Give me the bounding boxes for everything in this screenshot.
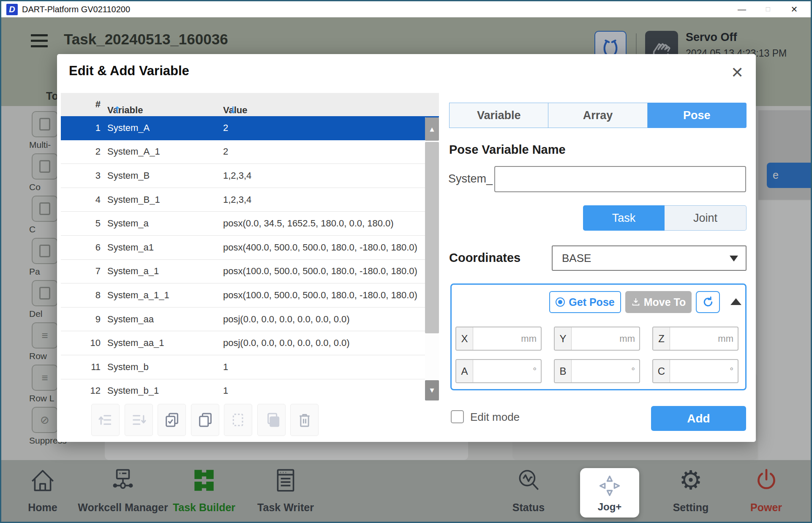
- table-cell: 11: [61, 362, 101, 373]
- x-input[interactable]: [473, 327, 521, 350]
- y-input[interactable]: [572, 327, 619, 350]
- table-cell: System_B_1: [107, 194, 223, 205]
- trash-icon: [296, 411, 313, 428]
- app-frame: D DART-Platform GV02110200 — □ ✕ Task_20…: [0, 0, 812, 523]
- table-row[interactable]: 7System_a_1posx(100.0, 500.0, 500.0, 180…: [61, 260, 439, 284]
- tab-pose[interactable]: Pose: [648, 103, 747, 128]
- table-cell: posx(100.0, 500.0, 500.0, 180.0, -180.0,…: [223, 290, 439, 301]
- app-logo-icon: D: [6, 4, 18, 15]
- b-input[interactable]: [572, 360, 631, 382]
- table-cell: System_A_1: [107, 146, 223, 157]
- table-row[interactable]: 3System_B1,2,3,4: [61, 164, 439, 188]
- list-move-up-icon: [97, 411, 114, 428]
- table-row[interactable]: 5System_aposx(0.0, 34.5, 1652.5, 180.0, …: [61, 212, 439, 236]
- os-title-bar: D DART-Platform GV02110200 — □ ✕: [1, 1, 811, 17]
- move-row-down-button[interactable]: [125, 404, 153, 436]
- table-cell: System_b: [107, 362, 223, 373]
- pose-variable-name-heading: Pose Variable Name: [449, 143, 566, 157]
- table-cell: 8: [61, 290, 101, 301]
- tab-variable[interactable]: Variable: [449, 103, 548, 128]
- mode-joint-button[interactable]: Joint: [665, 205, 747, 231]
- table-row[interactable]: 12System_b_11: [61, 379, 439, 400]
- table-cell: 4: [61, 194, 101, 205]
- copy-button[interactable]: [191, 404, 219, 436]
- paste-button[interactable]: [257, 404, 286, 436]
- cut-button[interactable]: [224, 404, 252, 436]
- table-cell: posj(0.0, 0.0, 0.0, 0.0, 0.0, 0.0): [223, 314, 439, 325]
- chevron-down-icon: [730, 256, 738, 262]
- pose-field-c: C °: [652, 359, 738, 383]
- mode-task-button[interactable]: Task: [583, 205, 665, 231]
- table-row[interactable]: 2System_A_12: [61, 140, 439, 164]
- table-cell: 3: [61, 170, 101, 181]
- get-pose-button[interactable]: Get Pose: [549, 291, 621, 313]
- delete-button[interactable]: [290, 404, 319, 436]
- coordinates-label: Coordinates: [449, 251, 520, 265]
- coordinates-dropdown[interactable]: BASE: [552, 245, 747, 271]
- dialog-title: Edit & Add Variable: [69, 63, 189, 79]
- table-row[interactable]: 11System_b1: [61, 355, 439, 379]
- table-cell: 2: [61, 146, 101, 157]
- table-cell: 1: [223, 385, 439, 396]
- refresh-icon: [702, 296, 714, 308]
- table-cell: posx(100.0, 500.0, 500.0, 180.0, -180.0,…: [223, 266, 439, 277]
- radio-icon: [556, 297, 565, 307]
- table-cell: 1,2,3,4: [223, 170, 439, 181]
- sort-asc-icon[interactable]: ↑: [113, 105, 121, 115]
- nav-item-jog[interactable]: Jog+: [580, 468, 639, 518]
- table-cell: 6: [61, 242, 101, 253]
- variable-table-header: # Variable Name↑ Value↓: [61, 93, 439, 116]
- z-input[interactable]: [670, 327, 718, 350]
- pose-field-a: A °: [455, 359, 542, 383]
- table-cell: posx(400.0, 500.0, 500.0, 180.0, -180.0,…: [223, 242, 439, 253]
- c-input[interactable]: [670, 360, 730, 382]
- table-scrollbar[interactable]: ▲ ▼: [425, 117, 439, 400]
- scroll-up-icon[interactable]: ▲: [425, 117, 439, 141]
- refresh-pose-button[interactable]: [696, 291, 720, 313]
- table-cell: System_a1: [107, 242, 223, 253]
- table-cell: System_a_1: [107, 266, 223, 277]
- a-input[interactable]: [473, 360, 533, 382]
- table-cell: System_aa: [107, 314, 223, 325]
- sort-desc-icon[interactable]: ↓: [229, 105, 237, 115]
- table-cell: 1,2,3,4: [223, 194, 439, 205]
- pose-field-y: Y mm: [554, 327, 640, 351]
- window-maximize-button[interactable]: □: [755, 5, 781, 14]
- scroll-down-icon[interactable]: ▼: [425, 380, 439, 400]
- pose-mode-toggle: Task Joint: [583, 205, 747, 231]
- table-cell: 9: [61, 314, 101, 325]
- variable-name-prefix: System_: [448, 172, 493, 185]
- table-row[interactable]: 8System_a_1_1posx(100.0, 500.0, 500.0, 1…: [61, 283, 439, 308]
- close-icon[interactable]: ✕: [728, 63, 747, 82]
- collapse-panel-icon[interactable]: [730, 298, 741, 305]
- table-cell: System_a: [107, 218, 223, 229]
- variable-name-input[interactable]: [494, 166, 746, 192]
- move-row-up-button[interactable]: [91, 404, 120, 436]
- edit-add-variable-dialog: Edit & Add Variable ✕ # Variable Name↑ V…: [57, 54, 756, 442]
- window-minimize-button[interactable]: —: [729, 5, 755, 14]
- table-cell: posj(0.0, 0.0, 0.0, 0.0, 0.0, 0.0): [223, 338, 439, 349]
- table-row[interactable]: 6System_a1posx(400.0, 500.0, 500.0, 180.…: [61, 236, 439, 260]
- table-row[interactable]: 10System_aa_1posj(0.0, 0.0, 0.0, 0.0, 0.…: [61, 331, 439, 355]
- table-row[interactable]: 9System_aaposj(0.0, 0.0, 0.0, 0.0, 0.0, …: [61, 308, 439, 332]
- add-button[interactable]: Add: [651, 406, 746, 431]
- pose-field-x: X mm: [455, 327, 542, 351]
- table-cell: 7: [61, 266, 101, 277]
- paste-icon: [263, 411, 280, 428]
- variable-type-tabs: Variable Array Pose: [449, 103, 747, 128]
- window-close-button[interactable]: ✕: [781, 4, 807, 14]
- edit-mode-label: Edit mode: [470, 411, 520, 424]
- table-cell: System_B: [107, 170, 223, 181]
- select-all-button[interactable]: [158, 404, 186, 436]
- pose-field-b: B °: [554, 359, 640, 383]
- move-to-button[interactable]: Move To: [625, 291, 692, 313]
- table-row[interactable]: 1System_A2: [61, 116, 439, 140]
- table-row[interactable]: 4System_B_11,2,3,4: [61, 188, 439, 212]
- scrollbar-thumb[interactable]: [425, 142, 439, 333]
- table-cell: System_aa_1: [107, 338, 223, 349]
- copy-check-icon: [163, 411, 180, 428]
- move-to-icon: [631, 297, 640, 307]
- table-cell: posx(0.0, 34.5, 1652.5, 180.0, 0.0, 180.…: [223, 218, 439, 229]
- tab-array[interactable]: Array: [548, 103, 647, 128]
- edit-mode-checkbox[interactable]: [451, 410, 464, 423]
